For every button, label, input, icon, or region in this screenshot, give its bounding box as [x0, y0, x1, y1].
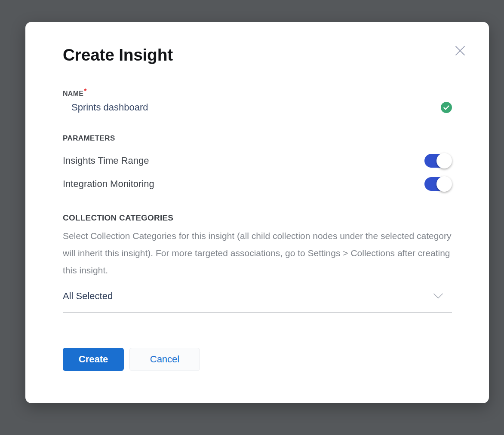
collection-categories-dropdown[interactable]: All Selected: [63, 291, 452, 313]
collection-categories-heading: COLLECTION CATEGORIES: [63, 213, 452, 223]
footer-actions: Create Cancel: [63, 348, 452, 371]
toggle-label: Integration Monitoring: [63, 178, 154, 190]
insights-time-range-toggle[interactable]: [424, 154, 451, 168]
required-asterisk: *: [84, 88, 87, 95]
modal-backdrop: Create Insight NAME* PARAMETERS Insights…: [0, 0, 504, 435]
integration-monitoring-toggle[interactable]: [424, 177, 451, 191]
close-button[interactable]: [453, 43, 467, 58]
name-input-row: [63, 102, 452, 118]
cancel-button[interactable]: Cancel: [129, 348, 200, 371]
toggle-knob: [436, 153, 452, 168]
dropdown-selected-value: All Selected: [63, 291, 113, 302]
parameters-heading: PARAMETERS: [63, 134, 452, 143]
create-insight-modal: Create Insight NAME* PARAMETERS Insights…: [25, 22, 489, 403]
create-button[interactable]: Create: [63, 348, 124, 371]
modal-title: Create Insight: [63, 44, 452, 66]
chevron-down-icon: [433, 293, 443, 299]
name-input[interactable]: [63, 102, 441, 113]
check-circle-icon: [441, 102, 452, 113]
collection-categories-description: Select Collection Categories for this in…: [63, 227, 452, 279]
toggle-label: Insights Time Range: [63, 155, 149, 166]
parameter-row-integration-monitoring: Integration Monitoring: [63, 172, 452, 196]
name-field-label: NAME*: [63, 90, 452, 98]
toggle-knob: [436, 176, 452, 192]
close-icon: [454, 44, 467, 57]
parameter-row-insights-time-range: Insights Time Range: [63, 149, 452, 172]
name-label-text: NAME: [63, 90, 83, 97]
